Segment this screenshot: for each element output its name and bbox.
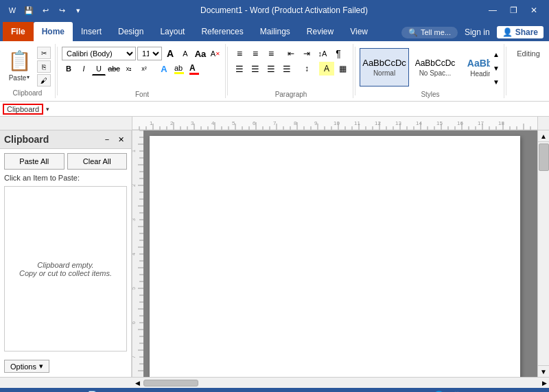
share-label: Share: [515, 27, 538, 37]
font-color-button[interactable]: A: [187, 62, 201, 76]
clipboard-expand-icon[interactable]: ▾: [46, 106, 49, 113]
scroll-track[interactable]: [538, 142, 549, 365]
clear-all-button[interactable]: Clear All: [67, 153, 128, 170]
underline-button[interactable]: U: [92, 62, 106, 76]
tab-design[interactable]: Design: [110, 22, 152, 41]
ribbon-right-controls: 🔍 Tell me... Sign in 👤 Share: [401, 26, 549, 41]
italic-button[interactable]: I: [77, 62, 91, 76]
change-case-button[interactable]: Aa: [194, 47, 207, 60]
sort-button[interactable]: ↕A: [315, 47, 330, 60]
style-nospace-label: No Spac...: [419, 69, 452, 77]
minimize-button[interactable]: —: [483, 1, 502, 20]
font-group-label: Font: [62, 89, 222, 98]
document-canvas[interactable]: 1 2 3 4 5 6 7: [132, 130, 537, 377]
text-effects-button[interactable]: A: [157, 62, 171, 76]
borders-button[interactable]: ▦: [335, 62, 350, 76]
font-row-2: B I U abc x₂ x² A ab A: [62, 62, 222, 76]
styles-scroll-up[interactable]: ▲: [491, 48, 501, 60]
title-bar: W 💾 ↩ ↪ ▾ Document1 - Word (Product Acti…: [0, 0, 549, 21]
strikethrough-button[interactable]: abc: [107, 62, 121, 76]
svg-text:1: 1: [150, 120, 153, 126]
bullets-button[interactable]: ≡: [232, 47, 247, 60]
save-button[interactable]: 💾: [22, 3, 36, 17]
numbering-button[interactable]: ≡: [248, 47, 263, 60]
clipboard-label-row: Clipboard ▾: [0, 102, 549, 117]
cut-button[interactable]: ✂: [37, 47, 51, 59]
customize-quick-access[interactable]: ▾: [71, 3, 85, 17]
tab-view[interactable]: View: [342, 22, 376, 41]
clear-formatting-button[interactable]: A✕: [209, 47, 222, 60]
shading-button[interactable]: A: [319, 62, 334, 76]
hscroll-thumb[interactable]: [143, 380, 198, 387]
read-mode-button[interactable]: 📖: [450, 389, 464, 392]
bold-button[interactable]: B: [62, 62, 75, 76]
share-button[interactable]: 👤 Share: [497, 26, 544, 38]
tab-home[interactable]: Home: [34, 22, 73, 41]
paragraph-ribbon-group: ≡ ≡ ≡ ⇤ ⇥ ↕A ¶ ☰ ☰ ☰ ☰ ↕ A ▦ Paragraph: [229, 44, 353, 98]
clipboard-ribbon-group: 📋 Paste ▾ ✂ ⎘ 🖌 Clipboard: [0, 44, 56, 98]
highlight-color-button[interactable]: ab: [172, 62, 186, 76]
svg-text:6: 6: [132, 321, 136, 324]
font-size-select[interactable]: 11: [137, 47, 162, 60]
align-right-button[interactable]: ☰: [264, 62, 279, 76]
panel-close-button[interactable]: ✕: [115, 133, 127, 146]
clipboard-section-label[interactable]: Clipboard: [3, 104, 43, 115]
line-spacing-button[interactable]: ↕: [299, 62, 314, 76]
editing-label: Editing: [517, 49, 540, 58]
scroll-thumb[interactable]: [539, 143, 549, 171]
decrease-indent-button[interactable]: ⇤: [283, 47, 299, 60]
center-button[interactable]: ☰: [248, 62, 263, 76]
style-heading1-preview: AaBbCc: [467, 58, 490, 69]
paste-all-button[interactable]: Paste All: [4, 153, 65, 170]
svg-text:12: 12: [375, 120, 381, 126]
style-no-space[interactable]: AaBbCcDc No Spac...: [410, 48, 460, 87]
redo-button[interactable]: ↪: [55, 3, 69, 17]
copy-button[interactable]: ⎘: [37, 60, 51, 73]
styles-expand[interactable]: ▼: [491, 76, 501, 88]
panel-pin-button[interactable]: −: [101, 133, 113, 146]
styles-scroll-down[interactable]: ▼: [491, 62, 501, 74]
tab-mailings[interactable]: Mailings: [252, 22, 299, 41]
align-left-button[interactable]: ☰: [232, 62, 247, 76]
style-normal[interactable]: AaBbCcDc Normal: [360, 48, 409, 87]
tab-layout[interactable]: Layout: [152, 22, 193, 41]
clipboard-empty-message: Clipboard empty. Copy or cut to collect …: [19, 261, 112, 277]
web-layout-button[interactable]: 🌐: [432, 389, 446, 392]
font-grow-button[interactable]: A: [163, 47, 177, 60]
tab-file[interactable]: File: [3, 22, 34, 41]
print-layout-button[interactable]: ▤: [414, 389, 428, 392]
tab-references[interactable]: References: [193, 22, 251, 41]
scroll-down-button[interactable]: ▼: [538, 365, 550, 377]
tell-me-button[interactable]: 🔍 Tell me...: [401, 27, 458, 38]
scroll-up-button[interactable]: ▲: [538, 130, 550, 142]
tab-insert[interactable]: Insert: [73, 22, 110, 41]
undo-button[interactable]: ↩: [38, 3, 52, 17]
para-row-2: ☰ ☰ ☰ ☰ ↕ A ▦: [232, 62, 350, 76]
hscroll-track[interactable]: [142, 378, 539, 388]
multilevel-list-button[interactable]: ≡: [264, 47, 279, 60]
subscript-button[interactable]: x₂: [122, 62, 136, 76]
maximize-button[interactable]: ❐: [504, 1, 523, 20]
justify-button[interactable]: ☰: [279, 62, 294, 76]
superscript-button[interactable]: x²: [137, 62, 151, 76]
scroll-right-button[interactable]: ▶: [539, 378, 549, 388]
increase-indent-button[interactable]: ⇥: [299, 47, 314, 60]
tab-review[interactable]: Review: [299, 22, 342, 41]
svg-text:2: 2: [170, 120, 174, 126]
font-name-select[interactable]: Calibri (Body): [62, 47, 136, 60]
show-formatting-button[interactable]: ¶: [331, 47, 346, 60]
font-shrink-button[interactable]: A: [178, 47, 192, 60]
format-painter-button[interactable]: 🖌: [37, 74, 51, 87]
scrollbar-vertical: ▲ ▼: [537, 130, 549, 377]
paste-button[interactable]: 📋 Paste ▾: [4, 45, 34, 83]
options-label: Options: [10, 362, 36, 371]
window-title: Document1 - Word (Product Activation Fai…: [85, 5, 483, 15]
options-button[interactable]: Options ▾: [4, 360, 49, 373]
document-page[interactable]: [150, 136, 520, 377]
svg-text:6: 6: [253, 120, 256, 126]
sign-in-button[interactable]: Sign in: [460, 26, 494, 38]
style-heading1[interactable]: AaBbCc Heading 1: [461, 48, 490, 87]
paste-dropdown-arrow[interactable]: ▾: [27, 74, 30, 80]
close-button[interactable]: ✕: [524, 1, 544, 20]
scroll-left-button[interactable]: ◀: [132, 378, 142, 388]
